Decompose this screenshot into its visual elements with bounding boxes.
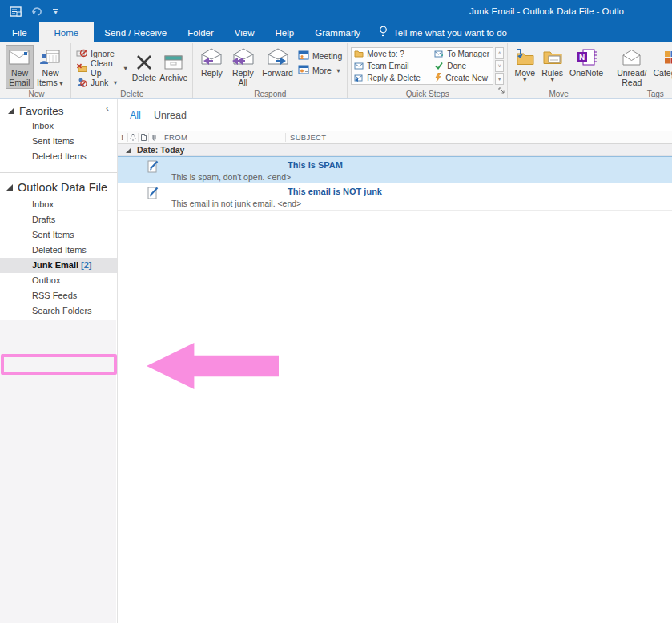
sidebar-item-rss-feeds[interactable]: RSS Feeds bbox=[0, 288, 117, 303]
column-header-from[interactable]: FROM bbox=[159, 133, 286, 142]
quick-step-create-new[interactable]: Create New bbox=[434, 72, 490, 84]
quick-step-reply-delete[interactable]: Reply & Delete bbox=[354, 72, 434, 84]
clean-up-icon bbox=[76, 62, 87, 74]
move-folder-icon bbox=[514, 47, 535, 67]
collapse-folder-pane-icon[interactable]: ‹ bbox=[106, 104, 109, 112]
unread-envelope-icon bbox=[621, 47, 642, 67]
sidebar-item-search-folders[interactable]: Search Folders bbox=[0, 303, 117, 319]
archive-icon bbox=[163, 52, 183, 72]
dropdown-caret-icon: ▼ bbox=[522, 78, 528, 82]
date-group-header[interactable]: Date: Today bbox=[118, 144, 672, 156]
reply-button[interactable]: Reply bbox=[196, 45, 227, 78]
envelope-icon bbox=[354, 62, 364, 71]
reply-all-button[interactable]: Reply All bbox=[227, 45, 259, 89]
quick-step-to-manager[interactable]: To Manager bbox=[434, 48, 490, 60]
sidebar-item-favorites-inbox[interactable]: Inbox bbox=[0, 119, 117, 134]
dropdown-caret-icon: ▼ bbox=[112, 79, 118, 86]
more-respond-button[interactable]: More ▼ bbox=[296, 64, 344, 77]
junk-button[interactable]: Junk ▼ bbox=[74, 76, 130, 89]
reminder-column-icon[interactable] bbox=[128, 133, 139, 142]
tell-me-box[interactable]: Tell me what you want to do bbox=[371, 22, 515, 42]
onenote-button[interactable]: N OneNote bbox=[566, 45, 606, 78]
filter-unread[interactable]: Unread bbox=[154, 110, 187, 121]
email-row-not-junk[interactable]: This email is NOT junk This email in not… bbox=[118, 183, 672, 211]
undo-icon[interactable] bbox=[31, 6, 43, 16]
tab-folder[interactable]: Folder bbox=[177, 22, 224, 42]
new-email-button[interactable]: New Email bbox=[6, 45, 34, 89]
group-label-move: Move bbox=[508, 90, 610, 98]
tab-send-receive[interactable]: Send / Receive bbox=[94, 22, 177, 42]
meeting-button[interactable]: Meeting bbox=[296, 50, 344, 62]
sidebar-item-inbox[interactable]: Inbox bbox=[0, 197, 117, 212]
filter-all[interactable]: All bbox=[130, 110, 141, 121]
delete-x-icon bbox=[135, 52, 153, 72]
onenote-icon: N bbox=[576, 47, 598, 67]
quick-step-move-to[interactable]: Move to: ? bbox=[354, 48, 434, 60]
clean-up-button[interactable]: Clean Up ▼ bbox=[74, 62, 130, 74]
email-subject: This is SPAM bbox=[288, 160, 343, 170]
tab-file[interactable]: File bbox=[0, 22, 39, 42]
ribbon: New Email New Items▼ New Ignore Clean Up bbox=[0, 42, 672, 99]
window-title: Junk Email - Outlook Data File - Outlo bbox=[469, 0, 670, 22]
group-label-new: New bbox=[2, 90, 70, 98]
column-header-subject[interactable]: SUBJECT bbox=[286, 133, 326, 142]
favorites-header[interactable]: Favorites bbox=[0, 102, 117, 119]
sidebar-divider bbox=[0, 172, 117, 173]
email-row-spam[interactable]: This is SPAM This is spam, don't open. <… bbox=[118, 156, 672, 183]
ribbon-group-move: Move ▼ Rules ▼ N OneNote Move bbox=[508, 43, 610, 98]
quick-access-toolbar: ▼ bbox=[0, 6, 58, 17]
customize-quick-access-icon[interactable]: ▼ bbox=[53, 9, 58, 14]
sidebar-item-favorites-deleted-items[interactable]: Deleted Items bbox=[0, 149, 117, 164]
group-label-quick-steps: Quick Steps bbox=[348, 90, 507, 98]
expanded-triangle-icon bbox=[8, 107, 14, 114]
data-file-header[interactable]: Outlook Data File bbox=[0, 178, 117, 197]
scroll-up-icon[interactable]: ˄ bbox=[495, 47, 504, 59]
sidebar-item-junk-email[interactable]: Junk Email[2] bbox=[0, 258, 117, 273]
lightning-icon bbox=[434, 73, 442, 83]
expanded-triangle-icon bbox=[6, 184, 13, 191]
tell-me-label: Tell me what you want to do bbox=[393, 28, 507, 38]
email-subject: This email is NOT junk bbox=[288, 187, 382, 196]
tab-grammarly[interactable]: Grammarly bbox=[304, 22, 371, 42]
unread-read-button[interactable]: Unread/ Read bbox=[614, 45, 650, 89]
sidebar-item-drafts[interactable]: Drafts bbox=[0, 212, 117, 227]
quick-step-team-email[interactable]: Team Email bbox=[354, 60, 434, 72]
categorize-button[interactable]: Categorize ▼ bbox=[650, 45, 672, 83]
outlook-window-icon[interactable] bbox=[10, 6, 22, 17]
lightbulb-icon bbox=[379, 26, 388, 39]
scroll-down-icon[interactable]: ˅ bbox=[495, 60, 504, 72]
email-preview: This is spam, don't open. <end> bbox=[171, 172, 291, 182]
ribbon-group-respond: Reply Reply All Forward Meeting bbox=[193, 43, 348, 98]
sidebar-item-outbox[interactable]: Outbox bbox=[0, 273, 117, 288]
sidebar-item-favorites-sent-items[interactable]: Sent Items bbox=[0, 134, 117, 149]
rules-button[interactable]: Rules ▼ bbox=[538, 45, 566, 83]
envelope-arrow-icon bbox=[434, 50, 444, 59]
sidebar-item-deleted-items[interactable]: Deleted Items bbox=[0, 243, 117, 258]
group-label-delete: Delete bbox=[71, 90, 192, 98]
archive-button[interactable]: Archive bbox=[158, 50, 189, 83]
quick-steps-dialog-launcher-icon[interactable] bbox=[498, 83, 505, 98]
tab-home[interactable]: Home bbox=[39, 22, 95, 42]
folder-icon bbox=[354, 50, 364, 59]
forward-icon bbox=[266, 47, 290, 67]
move-button[interactable]: Move ▼ bbox=[511, 45, 538, 83]
sidebar-item-sent-items[interactable]: Sent Items bbox=[0, 227, 117, 243]
quick-steps-gallery: Move to: ? To Manager Team Email Done Re… bbox=[351, 47, 493, 85]
delete-button[interactable]: Delete bbox=[130, 50, 158, 83]
quick-step-done[interactable]: Done bbox=[434, 60, 490, 72]
rules-icon bbox=[542, 47, 563, 67]
email-preview: This email in not junk email. <end> bbox=[171, 199, 301, 208]
item-type-column-icon[interactable] bbox=[139, 133, 149, 142]
expanded-triangle-icon bbox=[126, 147, 131, 153]
unread-count-badge: [2] bbox=[81, 260, 91, 270]
dropdown-caret-icon: ▼ bbox=[549, 78, 555, 82]
importance-column-icon[interactable]: ! bbox=[118, 133, 128, 142]
forward-button[interactable]: Forward bbox=[259, 45, 296, 78]
tab-view[interactable]: View bbox=[224, 22, 265, 42]
new-items-button[interactable]: New Items▼ bbox=[34, 45, 67, 89]
tab-help[interactable]: Help bbox=[265, 22, 305, 42]
attachment-column-icon[interactable] bbox=[149, 133, 159, 142]
ribbon-group-tags: Unread/ Read Categorize ▼ Tags bbox=[610, 43, 672, 98]
new-email-icon bbox=[9, 47, 30, 67]
ribbon-tabs: File Home Send / Receive Folder View Hel… bbox=[0, 22, 672, 42]
